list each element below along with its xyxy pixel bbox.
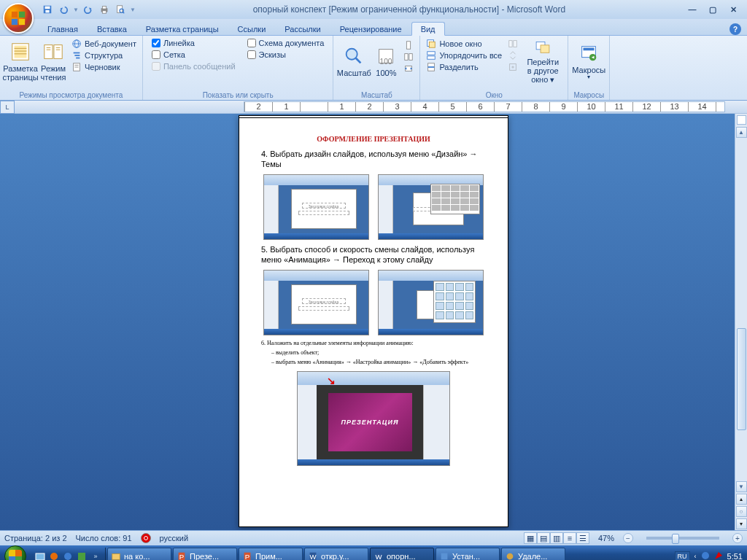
screenshot-thumb: [378, 174, 484, 240]
thumbnails-checkbox[interactable]: Эскизы: [247, 50, 325, 59]
language-indicator[interactable]: русский: [160, 534, 188, 542]
svg-rect-0: [12, 12, 18, 18]
document-workspace[interactable]: ОФОРМЛЕНИЕ ПРЕЗЕНТАЦИИ 4. Выбрать дизайн…: [0, 114, 747, 530]
help-icon[interactable]: ?: [729, 23, 741, 35]
outline-button[interactable]: Структура: [71, 50, 136, 61]
close-button[interactable]: ✕: [724, 4, 743, 15]
doc-step-5: 5. Выбрать способ и скорость смены слайд…: [261, 244, 486, 265]
horizontal-ruler[interactable]: 21123456789101112131415161718: [244, 101, 725, 112]
split-button[interactable]: Разделить: [426, 62, 502, 72]
tab-view[interactable]: Вид: [411, 22, 445, 36]
preview-icon[interactable]: [114, 3, 127, 16]
taskbar-item-active[interactable]: Wопорн...: [370, 548, 434, 560]
ql-app-icon[interactable]: [75, 548, 88, 560]
show-desktop-icon[interactable]: [34, 548, 47, 560]
ql-expand-icon[interactable]: »: [89, 548, 102, 560]
spell-check-icon[interactable]: [141, 533, 151, 543]
reading-shortcut[interactable]: ▤: [537, 532, 550, 544]
ql-app-icon[interactable]: [47, 548, 61, 560]
ruler-toggle-icon[interactable]: [737, 115, 746, 125]
next-page-button[interactable]: ▾: [736, 518, 747, 529]
switch-windows-button[interactable]: Перейти в другое окно ▾: [521, 37, 565, 85]
zoom-slider[interactable]: [646, 537, 719, 540]
ql-app-icon[interactable]: [61, 548, 74, 560]
zoom-out-button[interactable]: −: [623, 533, 633, 543]
redo-icon[interactable]: [82, 3, 95, 16]
tab-selector[interactable]: L: [0, 101, 15, 114]
scroll-up-button[interactable]: ▲: [736, 127, 747, 138]
gridlines-checkbox[interactable]: Сетка: [152, 50, 236, 59]
zoom-100-button[interactable]: 100100%: [371, 37, 400, 85]
undo-dropdown-icon[interactable]: ▼: [73, 7, 79, 13]
undo-icon[interactable]: [57, 3, 70, 16]
svg-rect-14: [15, 45, 27, 58]
web-layout-button[interactable]: Веб-документ: [71, 39, 136, 49]
qat-customize-icon[interactable]: ▼: [130, 7, 136, 13]
tray-kaspersky-icon[interactable]: [714, 551, 723, 560]
tab-mailings[interactable]: Рассылки: [275, 22, 330, 35]
svg-text:P: P: [179, 553, 184, 561]
ribbon: Разметка страницы Режим чтения Веб-докум…: [0, 35, 747, 101]
maximize-button[interactable]: ▢: [703, 4, 722, 15]
taskbar-item[interactable]: PПрезе...: [173, 548, 237, 560]
arrange-all-button[interactable]: Упорядочить все: [426, 50, 502, 61]
document-map-checkbox[interactable]: Схема документа: [247, 39, 325, 47]
page-indicator[interactable]: Страница: 2 из 2: [4, 534, 67, 542]
scroll-down-button[interactable]: ▼: [736, 481, 747, 492]
svg-rect-55: [36, 553, 44, 560]
start-button[interactable]: [1, 545, 29, 560]
svg-rect-44: [427, 56, 436, 59]
macros-button[interactable]: Макросы▾: [571, 37, 606, 85]
word-count[interactable]: Число слов: 91: [76, 534, 132, 542]
taskbar-item[interactable]: Устан...: [436, 548, 500, 560]
one-page-button[interactable]: [403, 40, 414, 50]
svg-rect-18: [44, 45, 53, 59]
prev-page-button[interactable]: ▴: [736, 494, 747, 505]
page-width-button[interactable]: [403, 63, 414, 74]
two-pages-button[interactable]: [403, 52, 414, 62]
taskbar-item[interactable]: Wоткр.у...: [304, 548, 368, 560]
zoom-in-button[interactable]: +: [732, 533, 743, 543]
draft-button[interactable]: Черновик: [71, 62, 136, 72]
windows-taskbar: » на ко... PПрезе... PПрим... Wоткр.у...…: [0, 545, 747, 560]
tray-icon[interactable]: [701, 551, 710, 560]
svg-rect-68: [441, 553, 448, 560]
tab-references[interactable]: Ссылки: [228, 22, 276, 35]
tab-home[interactable]: Главная: [38, 22, 88, 35]
draft-shortcut[interactable]: ☰: [576, 532, 589, 544]
zoom-value[interactable]: 47%: [598, 534, 614, 542]
browse-object-button[interactable]: ○: [736, 506, 747, 517]
save-icon[interactable]: [41, 3, 54, 16]
svg-rect-47: [509, 41, 512, 47]
taskbar-item[interactable]: PПрим...: [239, 548, 303, 560]
office-button[interactable]: [3, 3, 34, 34]
screenshot-thumb-large: ↘ ↙ ПРЕЗЕНТАЦИЯ: [297, 371, 450, 466]
sync-scroll-button: [508, 50, 518, 61]
ruler-checkbox[interactable]: Линейка: [152, 39, 236, 47]
svg-text:P: P: [245, 553, 249, 561]
print-layout-shortcut[interactable]: ▦: [524, 532, 537, 544]
tab-review[interactable]: Рецензирование: [330, 22, 411, 35]
web-shortcut[interactable]: ▥: [550, 532, 563, 544]
minimize-button[interactable]: —: [683, 4, 702, 15]
new-window-button[interactable]: Новое окно: [426, 39, 502, 49]
zoom-button[interactable]: Масштаб: [336, 37, 371, 85]
svg-rect-58: [78, 553, 85, 560]
language-bar[interactable]: RU: [675, 551, 690, 560]
clock[interactable]: 5:51: [727, 552, 743, 560]
taskbar-item[interactable]: Удале...: [501, 548, 565, 560]
page-layout-view-button[interactable]: Разметка страницы: [3, 37, 38, 85]
svg-point-70: [702, 552, 709, 559]
vertical-scrollbar[interactable]: ▲ ▼ ▴ ○ ▾: [735, 114, 747, 530]
taskbar-item[interactable]: на ко...: [107, 548, 171, 560]
print-icon[interactable]: [98, 3, 111, 16]
reading-view-button[interactable]: Режим чтения: [38, 37, 69, 85]
tray-expand-icon[interactable]: ‹: [694, 553, 697, 560]
screenshot-thumb: [378, 270, 484, 335]
tab-insert[interactable]: Вставка: [88, 22, 136, 35]
svg-rect-8: [102, 7, 106, 9]
tab-layout[interactable]: Разметка страницы: [136, 22, 228, 35]
scroll-thumb[interactable]: [737, 328, 746, 430]
outline-shortcut[interactable]: ≡: [563, 532, 576, 544]
svg-point-69: [507, 553, 514, 560]
